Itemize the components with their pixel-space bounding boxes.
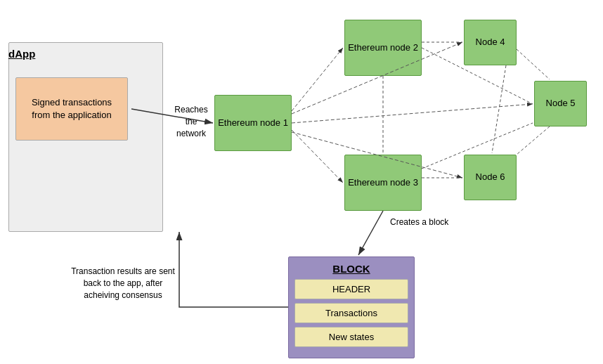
block-new-states-row: New states xyxy=(294,327,408,347)
eth-node1: Ethereum node 1 xyxy=(214,95,292,151)
label-creates-block: Creates a block xyxy=(390,216,448,228)
label-reaches-network: Reaches the network xyxy=(170,104,212,139)
svg-line-3 xyxy=(292,48,343,111)
svg-line-11 xyxy=(492,65,506,153)
dapp-title: dApp xyxy=(8,48,35,60)
label-tx-results: Transaction results are sent back to the… xyxy=(70,266,176,301)
svg-line-16 xyxy=(358,211,383,255)
block-container: BLOCK HEADER Transactions New states xyxy=(288,256,415,358)
block-header-row: HEADER xyxy=(294,279,408,299)
node6: Node 6 xyxy=(464,155,517,200)
svg-line-10 xyxy=(517,49,550,79)
svg-line-6 xyxy=(292,104,533,123)
block-transactions-row: Transactions xyxy=(294,303,408,323)
signed-tx-box: Signed transactions from the application xyxy=(15,77,128,141)
eth-node3: Ethereum node 3 xyxy=(344,155,422,211)
svg-line-4 xyxy=(292,130,343,183)
node4: Node 4 xyxy=(464,20,517,65)
svg-line-12 xyxy=(517,126,550,155)
node5: Node 5 xyxy=(534,81,587,126)
eth-node2: Ethereum node 2 xyxy=(344,20,422,76)
block-title: BLOCK xyxy=(294,263,408,275)
diagram: dApp Signed transactions from the applic… xyxy=(0,0,603,364)
